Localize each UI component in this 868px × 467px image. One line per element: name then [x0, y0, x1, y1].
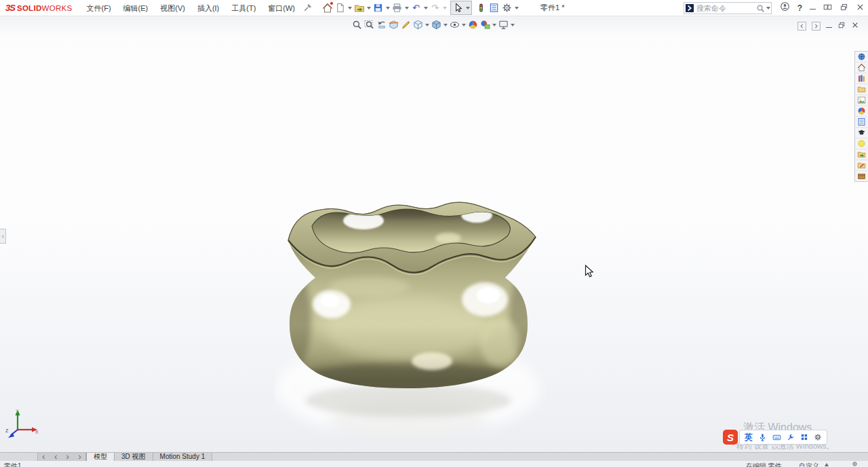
- previous-view-button[interactable]: [375, 19, 387, 31]
- menu-file[interactable]: 文件(F): [81, 1, 117, 16]
- apply-scene-dropdown[interactable]: [491, 18, 497, 31]
- redo-dropdown[interactable]: [441, 1, 448, 14]
- menu-edit[interactable]: 编辑(E): [117, 1, 155, 16]
- undo-button[interactable]: ↶: [410, 1, 422, 14]
- title-bar: 3S SOLID WORKS 文件(F) 编辑(E) 视图(V) 插入(I) 工…: [0, 0, 868, 16]
- edit-appearance-button[interactable]: [467, 19, 479, 31]
- keyboard-icon[interactable]: [772, 433, 781, 442]
- new-document-dropdown[interactable]: [347, 1, 353, 14]
- section-view-button[interactable]: [387, 19, 399, 31]
- hide-show-items-button[interactable]: [448, 19, 460, 31]
- headsup-view-toolbar: [351, 18, 515, 31]
- taskpane-folder-edit-tab[interactable]: [855, 160, 867, 171]
- options-dropdown[interactable]: [513, 1, 519, 14]
- status-tag-button[interactable]: [852, 461, 858, 467]
- hide-show-dropdown[interactable]: [460, 18, 467, 31]
- taskpane-resources-tab[interactable]: [855, 62, 867, 73]
- save-button[interactable]: [372, 1, 384, 14]
- menu-insert[interactable]: 插入(I): [191, 1, 225, 16]
- properties-list-icon: [489, 3, 499, 13]
- status-editing-label: 在编辑 零件: [746, 462, 782, 467]
- magnifier-icon: [352, 20, 362, 30]
- toolbox-icon[interactable]: [800, 433, 808, 441]
- open-button[interactable]: [353, 1, 366, 14]
- close-button[interactable]: [856, 2, 865, 14]
- next-window-button[interactable]: [812, 22, 821, 31]
- redo-button[interactable]: ↷: [429, 1, 441, 14]
- zoom-to-area-button[interactable]: [363, 19, 375, 31]
- mic-icon[interactable]: [758, 433, 767, 442]
- select-tool-dropdown[interactable]: [465, 1, 471, 14]
- taskpane-file-explorer-tab[interactable]: [855, 84, 867, 95]
- command-search[interactable]: 搜索命令: [684, 2, 772, 14]
- next-tab-button[interactable]: [64, 454, 71, 460]
- skin-icon[interactable]: [787, 433, 795, 441]
- save-dropdown[interactable]: [384, 1, 391, 14]
- undo-dropdown[interactable]: [422, 1, 429, 14]
- select-tool-button[interactable]: [452, 1, 465, 14]
- solidworks-logo: 3S SOLID WORKS: [5, 3, 73, 13]
- feature-pane-collapsed-handle[interactable]: [0, 229, 6, 244]
- first-tab-button[interactable]: [41, 454, 47, 460]
- quick-access-toolbar: ↶ ↷: [321, 1, 519, 15]
- doc-minimize-button[interactable]: [826, 23, 832, 29]
- search-dropdown[interactable]: [765, 2, 771, 15]
- display-style-dropdown[interactable]: [442, 18, 448, 31]
- chevron-left-icon: [1, 234, 5, 239]
- ime-language-toggle[interactable]: 英: [745, 433, 753, 441]
- display-style-button[interactable]: [430, 19, 442, 31]
- taskpane-cam-tab[interactable]: [855, 128, 867, 138]
- annotation-button[interactable]: [399, 19, 412, 31]
- restore-icon: [840, 3, 848, 12]
- restore-button[interactable]: [840, 2, 848, 14]
- zoom-to-fit-button[interactable]: [351, 19, 363, 31]
- search-magnifier-icon[interactable]: [756, 4, 765, 13]
- help-button[interactable]: ?: [797, 3, 802, 13]
- login-button[interactable]: [780, 1, 790, 14]
- minimize-button[interactable]: [810, 5, 816, 11]
- taskpane-yellow-tab[interactable]: [855, 138, 867, 149]
- doc-restore-button[interactable]: [837, 20, 846, 32]
- last-tab-button[interactable]: [77, 454, 83, 460]
- options-button[interactable]: [500, 1, 513, 14]
- unit-system-dropdown-arrow[interactable]: [825, 463, 829, 466]
- apply-scene-button[interactable]: [479, 19, 491, 31]
- undo-icon: ↶: [412, 3, 420, 12]
- new-document-button[interactable]: [334, 1, 347, 14]
- previous-window-button[interactable]: [797, 22, 806, 31]
- bowl-3d-model[interactable]: [275, 185, 546, 452]
- ime-settings-icon[interactable]: [814, 433, 822, 441]
- appearance-ball-icon: [468, 20, 478, 30]
- home-button[interactable]: [321, 1, 334, 14]
- pin-menu-button[interactable]: [301, 1, 314, 14]
- taskpane-properties-tab[interactable]: [855, 117, 867, 128]
- doc-close-button[interactable]: [851, 20, 859, 32]
- print-dropdown[interactable]: [403, 1, 410, 14]
- status-unit-system[interactable]: 自定义: [799, 462, 819, 467]
- graphics-area[interactable]: Y X Z 激活 Windows 转到"设置"以激活 Windows。 S 英: [0, 16, 868, 452]
- sogou-logo[interactable]: S: [723, 430, 738, 445]
- menu-window[interactable]: 窗口(W): [262, 1, 301, 16]
- menu-view[interactable]: 视图(V): [154, 1, 191, 16]
- menu-tools[interactable]: 工具(T): [225, 1, 262, 16]
- view-settings-button[interactable]: [497, 19, 509, 31]
- previous-tab-button[interactable]: [53, 454, 59, 460]
- view-settings-dropdown[interactable]: [509, 18, 515, 31]
- file-properties-button[interactable]: [488, 1, 500, 14]
- taskpane-globe-tab[interactable]: [855, 52, 867, 62]
- taskpane-toolbox-tab[interactable]: [855, 171, 867, 181]
- span-displays-button[interactable]: [823, 2, 832, 14]
- taskpane-view-palette-tab[interactable]: [855, 95, 867, 106]
- print-button[interactable]: [391, 1, 403, 14]
- taskpane-appearances-tab[interactable]: [855, 106, 867, 117]
- rebuild-button[interactable]: [475, 1, 488, 14]
- picture-icon: [857, 96, 866, 105]
- open-dropdown[interactable]: [366, 1, 372, 14]
- taskpane-design-library-tab[interactable]: [855, 73, 867, 84]
- books-icon: [857, 74, 866, 83]
- previous-view-icon: [376, 20, 387, 30]
- view-orientation-button[interactable]: [412, 19, 424, 31]
- taskpane-open-folder-tab[interactable]: [855, 149, 867, 160]
- view-orientation-dropdown[interactable]: [424, 18, 430, 31]
- chevron-left-icon: [799, 23, 805, 29]
